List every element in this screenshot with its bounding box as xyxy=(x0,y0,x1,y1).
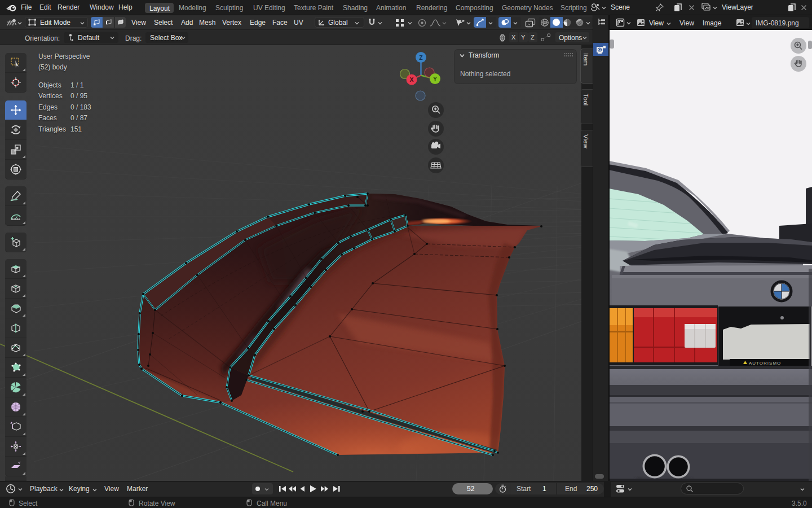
svg-text:Z: Z xyxy=(419,54,423,61)
svg-text:AUTORISMO: AUTORISMO xyxy=(749,361,781,366)
svg-text:Y: Y xyxy=(433,76,437,82)
svg-text:X: X xyxy=(409,76,413,83)
